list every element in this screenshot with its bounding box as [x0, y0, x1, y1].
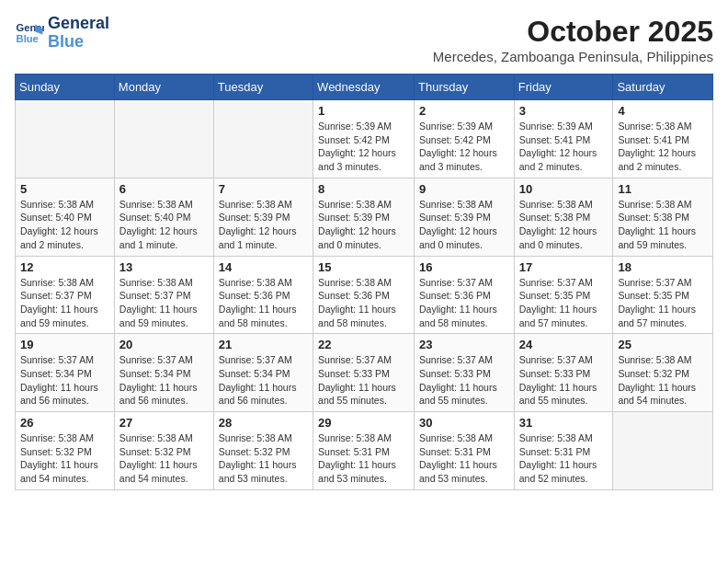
day-info: Sunrise: 5:39 AM Sunset: 5:41 PM Dayligh…: [519, 120, 609, 174]
day-info: Sunrise: 5:38 AM Sunset: 5:40 PM Dayligh…: [20, 198, 109, 252]
col-header-tuesday: Tuesday: [213, 75, 313, 100]
calendar-cell: 31Sunrise: 5:38 AM Sunset: 5:31 PM Dayli…: [514, 412, 613, 490]
calendar-cell: 11Sunrise: 5:38 AM Sunset: 5:38 PM Dayli…: [613, 178, 713, 256]
col-header-wednesday: Wednesday: [313, 75, 415, 100]
day-info: Sunrise: 5:39 AM Sunset: 5:42 PM Dayligh…: [419, 120, 509, 174]
day-info: Sunrise: 5:38 AM Sunset: 5:32 PM Dayligh…: [219, 431, 308, 486]
day-number: 14: [219, 260, 308, 274]
calendar-week-row: 19Sunrise: 5:37 AM Sunset: 5:34 PM Dayli…: [16, 334, 713, 412]
day-info: Sunrise: 5:37 AM Sunset: 5:34 PM Dayligh…: [20, 353, 109, 408]
day-number: 6: [119, 182, 209, 196]
calendar-cell: 9Sunrise: 5:38 AM Sunset: 5:39 PM Daylig…: [415, 178, 515, 256]
calendar-cell: 17Sunrise: 5:37 AM Sunset: 5:35 PM Dayli…: [514, 256, 613, 334]
logo-icon: General Blue: [15, 18, 44, 48]
day-info: Sunrise: 5:37 AM Sunset: 5:33 PM Dayligh…: [419, 353, 509, 408]
day-info: Sunrise: 5:38 AM Sunset: 5:38 PM Dayligh…: [519, 198, 609, 252]
day-info: Sunrise: 5:38 AM Sunset: 5:39 PM Dayligh…: [318, 198, 409, 252]
calendar-cell: 13Sunrise: 5:38 AM Sunset: 5:37 PM Dayli…: [114, 256, 213, 334]
day-info: Sunrise: 5:37 AM Sunset: 5:36 PM Dayligh…: [419, 276, 509, 330]
day-info: Sunrise: 5:37 AM Sunset: 5:34 PM Dayligh…: [219, 353, 308, 408]
day-info: Sunrise: 5:38 AM Sunset: 5:31 PM Dayligh…: [318, 431, 409, 486]
day-info: Sunrise: 5:38 AM Sunset: 5:38 PM Dayligh…: [618, 198, 708, 252]
page-header: General Blue GeneralBlue October 2025 Me…: [15, 15, 713, 64]
calendar-cell: 28Sunrise: 5:38 AM Sunset: 5:32 PM Dayli…: [213, 412, 313, 490]
col-header-friday: Friday: [514, 75, 613, 100]
calendar-cell: 27Sunrise: 5:38 AM Sunset: 5:32 PM Dayli…: [114, 412, 213, 490]
day-info: Sunrise: 5:38 AM Sunset: 5:31 PM Dayligh…: [519, 431, 609, 486]
calendar-cell: 14Sunrise: 5:38 AM Sunset: 5:36 PM Dayli…: [213, 256, 313, 334]
calendar-cell: 21Sunrise: 5:37 AM Sunset: 5:34 PM Dayli…: [213, 334, 313, 412]
calendar-cell: 24Sunrise: 5:37 AM Sunset: 5:33 PM Dayli…: [514, 334, 613, 412]
col-header-monday: Monday: [114, 75, 213, 100]
day-info: Sunrise: 5:37 AM Sunset: 5:35 PM Dayligh…: [519, 276, 609, 330]
calendar-cell: 20Sunrise: 5:37 AM Sunset: 5:34 PM Dayli…: [114, 334, 213, 412]
calendar-cell: 3Sunrise: 5:39 AM Sunset: 5:41 PM Daylig…: [514, 100, 613, 178]
day-number: 5: [20, 182, 109, 196]
calendar-cell: [114, 100, 213, 178]
calendar-cell: [213, 100, 313, 178]
calendar-cell: 10Sunrise: 5:38 AM Sunset: 5:38 PM Dayli…: [514, 178, 613, 256]
calendar-cell: 5Sunrise: 5:38 AM Sunset: 5:40 PM Daylig…: [16, 178, 115, 256]
calendar-table: SundayMondayTuesdayWednesdayThursdayFrid…: [15, 74, 713, 490]
col-header-saturday: Saturday: [613, 75, 713, 100]
day-number: 7: [219, 182, 308, 196]
day-info: Sunrise: 5:38 AM Sunset: 5:32 PM Dayligh…: [119, 431, 209, 486]
calendar-week-row: 12Sunrise: 5:38 AM Sunset: 5:37 PM Dayli…: [16, 256, 713, 334]
day-info: Sunrise: 5:38 AM Sunset: 5:37 PM Dayligh…: [20, 276, 109, 330]
calendar-cell: 1Sunrise: 5:39 AM Sunset: 5:42 PM Daylig…: [313, 100, 415, 178]
location-title: Mercedes, Zamboanga Peninsula, Philippin…: [433, 49, 713, 64]
day-info: Sunrise: 5:37 AM Sunset: 5:34 PM Dayligh…: [119, 353, 209, 408]
day-info: Sunrise: 5:38 AM Sunset: 5:32 PM Dayligh…: [20, 431, 109, 486]
day-number: 9: [419, 182, 509, 196]
calendar-cell: [16, 100, 115, 178]
day-number: 2: [419, 104, 509, 118]
col-header-thursday: Thursday: [415, 75, 515, 100]
day-number: 1: [318, 104, 409, 118]
calendar-cell: 18Sunrise: 5:37 AM Sunset: 5:35 PM Dayli…: [613, 256, 713, 334]
logo-text: GeneralBlue: [48, 15, 109, 52]
calendar-cell: 29Sunrise: 5:38 AM Sunset: 5:31 PM Dayli…: [313, 412, 415, 490]
calendar-cell: 19Sunrise: 5:37 AM Sunset: 5:34 PM Dayli…: [16, 334, 115, 412]
day-number: 20: [119, 338, 209, 351]
day-info: Sunrise: 5:38 AM Sunset: 5:41 PM Dayligh…: [618, 120, 708, 174]
calendar-cell: 26Sunrise: 5:38 AM Sunset: 5:32 PM Dayli…: [16, 412, 115, 490]
calendar-cell: 4Sunrise: 5:38 AM Sunset: 5:41 PM Daylig…: [613, 100, 713, 178]
calendar-week-row: 26Sunrise: 5:38 AM Sunset: 5:32 PM Dayli…: [16, 412, 713, 490]
svg-text:Blue: Blue: [17, 32, 39, 43]
day-info: Sunrise: 5:38 AM Sunset: 5:39 PM Dayligh…: [219, 198, 308, 252]
day-info: Sunrise: 5:38 AM Sunset: 5:36 PM Dayligh…: [219, 276, 308, 330]
calendar-cell: 22Sunrise: 5:37 AM Sunset: 5:33 PM Dayli…: [313, 334, 415, 412]
day-number: 22: [318, 338, 409, 351]
day-info: Sunrise: 5:37 AM Sunset: 5:35 PM Dayligh…: [618, 276, 708, 330]
day-info: Sunrise: 5:37 AM Sunset: 5:33 PM Dayligh…: [318, 353, 409, 408]
day-number: 19: [20, 338, 109, 351]
day-info: Sunrise: 5:39 AM Sunset: 5:42 PM Dayligh…: [318, 120, 409, 174]
day-number: 13: [119, 260, 209, 274]
day-info: Sunrise: 5:38 AM Sunset: 5:32 PM Dayligh…: [618, 353, 708, 408]
month-title: October 2025: [433, 15, 713, 49]
day-number: 21: [219, 338, 308, 351]
day-number: 26: [20, 416, 109, 430]
title-block: October 2025 Mercedes, Zamboanga Peninsu…: [433, 15, 713, 64]
calendar-cell: 30Sunrise: 5:38 AM Sunset: 5:31 PM Dayli…: [415, 412, 515, 490]
calendar-header-row: SundayMondayTuesdayWednesdayThursdayFrid…: [16, 75, 713, 100]
calendar-cell: 2Sunrise: 5:39 AM Sunset: 5:42 PM Daylig…: [415, 100, 515, 178]
day-number: 25: [618, 338, 708, 351]
calendar-cell: 15Sunrise: 5:38 AM Sunset: 5:36 PM Dayli…: [313, 256, 415, 334]
day-info: Sunrise: 5:38 AM Sunset: 5:31 PM Dayligh…: [419, 431, 509, 486]
calendar-cell: 23Sunrise: 5:37 AM Sunset: 5:33 PM Dayli…: [415, 334, 515, 412]
day-number: 8: [318, 182, 409, 196]
day-number: 24: [519, 338, 609, 351]
calendar-cell: 7Sunrise: 5:38 AM Sunset: 5:39 PM Daylig…: [213, 178, 313, 256]
day-number: 4: [618, 104, 708, 118]
day-info: Sunrise: 5:38 AM Sunset: 5:36 PM Dayligh…: [318, 276, 409, 330]
calendar-week-row: 1Sunrise: 5:39 AM Sunset: 5:42 PM Daylig…: [16, 100, 713, 178]
day-number: 28: [219, 416, 308, 430]
day-number: 31: [519, 416, 609, 430]
day-number: 16: [419, 260, 509, 274]
calendar-cell: 16Sunrise: 5:37 AM Sunset: 5:36 PM Dayli…: [415, 256, 515, 334]
day-number: 27: [119, 416, 209, 430]
day-info: Sunrise: 5:38 AM Sunset: 5:40 PM Dayligh…: [119, 198, 209, 252]
day-number: 12: [20, 260, 109, 274]
col-header-sunday: Sunday: [16, 75, 115, 100]
